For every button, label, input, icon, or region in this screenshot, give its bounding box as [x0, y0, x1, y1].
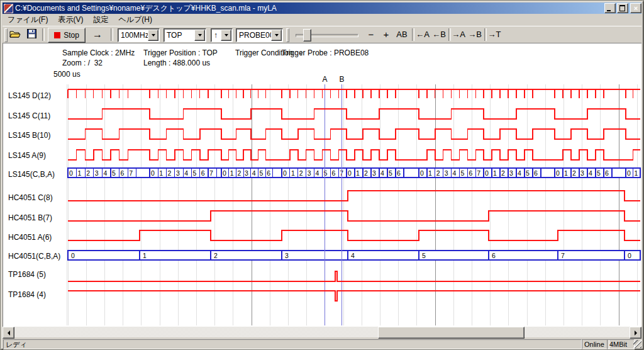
svg-text:4: 4	[252, 169, 256, 177]
scrollbar-thumb[interactable]	[378, 327, 525, 339]
svg-text:3: 3	[509, 169, 513, 177]
waveform-LS145 B(10)	[68, 129, 640, 139]
svg-text:6: 6	[534, 169, 538, 177]
svg-text:0: 0	[627, 169, 631, 177]
status-online-panel: Online	[582, 339, 609, 349]
channel-label: LS145 B(10)	[8, 131, 50, 140]
svg-text:3: 3	[176, 169, 180, 177]
arrow-left-icon	[8, 330, 10, 336]
scroll-left-button[interactable]	[3, 327, 14, 339]
svg-text:0: 0	[71, 252, 75, 259]
grid	[67, 84, 637, 325]
svg-text:0: 0	[628, 252, 631, 259]
svg-text:2: 2	[214, 252, 218, 259]
svg-text:3: 3	[445, 169, 448, 177]
svg-text:5: 5	[112, 169, 116, 177]
channel-label: LS145 D(12)	[8, 91, 51, 100]
svg-text:3: 3	[372, 169, 376, 177]
trigger-probe-info: Trigger Probe : PROBE08	[282, 48, 369, 57]
scroll-right-button[interactable]	[630, 327, 641, 339]
svg-text:1: 1	[78, 169, 82, 177]
svg-text:4: 4	[351, 252, 355, 259]
channel-label: HC4051 A(6)	[8, 233, 52, 242]
svg-text:5: 5	[260, 169, 264, 177]
resize-grip-icon[interactable]	[633, 340, 641, 348]
waveform-HC4051 A(6)	[68, 230, 640, 240]
svg-text:0: 0	[485, 169, 489, 177]
channel-label: TP1684 (4)	[8, 290, 46, 299]
svg-text:5: 5	[461, 169, 465, 177]
svg-text:0: 0	[223, 169, 226, 177]
svg-text:1: 1	[356, 169, 360, 177]
svg-text:1: 1	[291, 169, 295, 177]
svg-text:0: 0	[69, 169, 73, 177]
svg-text:5: 5	[526, 169, 530, 177]
svg-text:0: 0	[556, 169, 560, 177]
waveform-LS145 D(12)	[68, 89, 640, 98]
bus-rows: 0123456701234567012345601234567012345601…	[68, 168, 640, 260]
svg-text:1: 1	[159, 169, 163, 177]
svg-text:7: 7	[477, 169, 480, 177]
svg-text:0: 0	[283, 169, 287, 177]
svg-text:6: 6	[469, 169, 472, 177]
svg-text:2: 2	[501, 169, 505, 177]
svg-text:7: 7	[561, 252, 565, 259]
svg-text:2: 2	[436, 169, 440, 177]
svg-text:3: 3	[95, 169, 99, 177]
channel-label: HC4051(C,B,A)	[8, 252, 60, 261]
channel-label: LS145(C,B,A)	[8, 170, 55, 179]
svg-text:3: 3	[308, 169, 311, 177]
svg-text:5: 5	[324, 169, 328, 177]
svg-text:0: 0	[420, 169, 424, 177]
svg-text:2: 2	[237, 169, 241, 177]
svg-text:6: 6	[492, 252, 496, 259]
channel-label: LS145 A(9)	[8, 151, 46, 160]
trigger-position-info: Trigger Position : TOP	[143, 48, 218, 57]
status-online-text: Online	[584, 341, 604, 348]
svg-text:4: 4	[589, 169, 592, 177]
channel-label: HC4051 C(8)	[8, 193, 53, 202]
svg-text:2: 2	[572, 169, 576, 177]
waveform-TP1684 (4)	[68, 291, 640, 301]
svg-text:4: 4	[453, 169, 457, 177]
svg-text:6: 6	[201, 169, 205, 177]
status-memory-text: 4MBit	[609, 341, 627, 348]
svg-text:6: 6	[605, 169, 609, 177]
waveform-HC4051 B(7)	[68, 211, 640, 221]
bus-row: 012345670	[68, 251, 640, 260]
waveform-LS145 C(11)	[68, 109, 640, 119]
svg-text:6: 6	[121, 169, 125, 177]
svg-text:0: 0	[151, 169, 155, 177]
time-scale-label: 5000 us	[53, 70, 80, 79]
status-ready-text: レディ	[6, 340, 27, 349]
waveform-overlay: Sample Clock : 2MHz Trigger Position : T…	[0, 0, 644, 350]
channel-label: TP1684 (5)	[8, 270, 46, 279]
waveform-TP1684 (5)	[68, 271, 640, 281]
svg-text:4: 4	[103, 169, 107, 177]
svg-text:5: 5	[422, 252, 426, 259]
svg-text:3: 3	[285, 252, 289, 259]
waveform-HC4051 C(8)	[68, 191, 640, 201]
status-ready-panel: レディ	[3, 339, 582, 349]
channel-label: HC4051 B(7)	[8, 213, 52, 222]
svg-text:1: 1	[143, 252, 147, 259]
arrow-right-icon	[635, 330, 637, 336]
cursor-a-label[interactable]: A	[322, 75, 327, 84]
length-info: Length : 488.000 us	[143, 59, 210, 67]
svg-text:7: 7	[129, 169, 133, 177]
horizontal-scrollbar[interactable]	[3, 327, 641, 337]
cursor-b-label[interactable]: B	[339, 75, 344, 84]
svg-text:1: 1	[428, 169, 432, 177]
signal-waveforms	[68, 89, 640, 301]
svg-text:5: 5	[597, 169, 601, 177]
waveform-LS145 A(9)	[68, 150, 640, 160]
cursors	[325, 84, 342, 325]
svg-text:1: 1	[493, 169, 497, 177]
svg-text:4: 4	[380, 169, 384, 177]
status-memory-panel: 4MBit	[607, 339, 635, 349]
svg-text:4: 4	[184, 169, 188, 177]
zoom-info: Zoom : / 32	[62, 59, 103, 67]
svg-text:3: 3	[580, 169, 584, 177]
channel-label: LS145 C(11)	[8, 111, 50, 120]
sample-clock-info: Sample Clock : 2MHz	[62, 48, 135, 57]
